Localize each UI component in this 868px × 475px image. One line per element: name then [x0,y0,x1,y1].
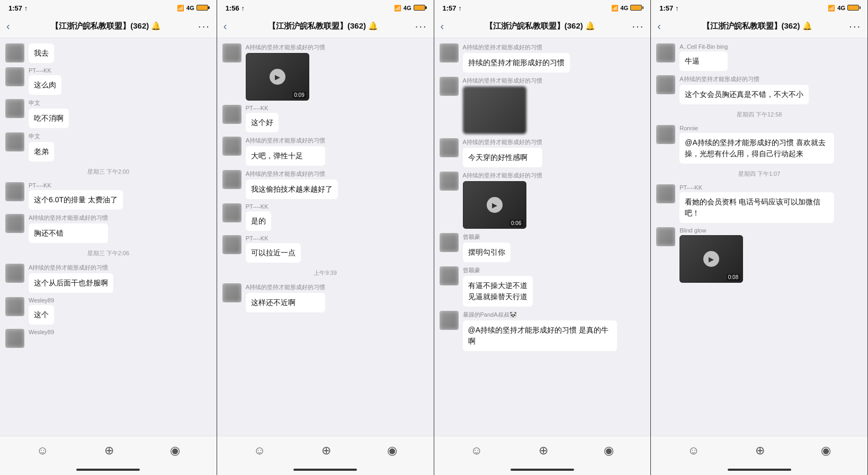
message-content: A持续的坚持才能形成好的习惯 ▶ 0:09 [246,43,325,101]
message-row: A持续的坚持才能形成好的习惯今天穿的好性感啊 [440,138,646,167]
message-row-video: Blind glow ▶ 0:08 [656,227,862,283]
more-button[interactable]: ··· [632,20,645,32]
message-sender: A持续的坚持才能形成好的习惯 [29,214,108,222]
message-content: 申文老弟 [29,132,54,162]
time-divider: 星期三 下午2:00 [5,168,211,176]
message-row: Wesley89这个 [5,297,211,325]
back-button[interactable]: ‹ [657,20,665,32]
back-button[interactable]: ‹ [6,20,14,32]
message-sender: A持续的坚持才能形成好的习惯 [463,77,542,85]
message-bubble: 看她的会员资料 电话号码应该可以加微信吧！ [679,192,834,223]
message-content: 申文吃不消啊 [29,99,69,128]
home-bar [76,469,140,471]
more-button[interactable]: ··· [415,20,427,32]
battery-icon [630,5,642,12]
message-row: PT----KK这个6.0T的排量 太费油了 [5,182,211,210]
emoji-button[interactable]: ☺ [37,444,48,458]
message-bubble: @A持续的坚持才能形成好的习惯 是真的牛啊 [463,320,618,351]
avatar [656,43,675,62]
avatar [222,203,241,222]
message-row: A持续的坚持才能形成好的习惯这样还不近啊 [222,283,428,312]
message-row: A持续的坚持才能形成好的习惯持续的坚持才能形成好的习惯 [440,43,646,73]
message-bubble: 今天穿的好性感啊 [463,148,542,167]
signal-icon: 📶 [394,5,401,12]
phone-panel-3: 1:57 ↑ 📶 4G ‹ 【江浙沪皖私教联盟】(362) 🔔 ··· A持续的… [434,0,651,475]
message-sender: A持续的坚持才能形成好的习惯 [463,172,542,180]
signal-icon: 📶 [177,5,184,12]
add-button[interactable]: ⊕ [104,444,114,458]
message-sender: 暴躁的PandA叔叔🐼 [463,311,618,319]
message-row: PT----KK这么肉 [5,67,211,95]
voice-button[interactable]: ◉ [821,444,831,458]
add-button[interactable]: ⊕ [321,444,331,458]
status-bar: 1:57 ↑ 📶 4G [651,0,867,15]
chat-title: 【江浙沪皖私教联盟】(362) 🔔 [14,21,198,31]
status-time: 1:57 ↑ [443,4,462,12]
message-row-video: A持续的坚持才能形成好的习惯 ▶ 0:09 [222,43,428,101]
message-content: 曾颖豪有逼不操大逆不道 见逼就操替天行道 [463,266,533,307]
more-button[interactable]: ··· [849,20,861,32]
message-row: 曾颖豪有逼不操大逆不道 见逼就操替天行道 [440,266,646,307]
message-content: A持续的坚持才能形成好的习惯 ▶ 0:06 [463,172,542,229]
message-content: A持续的坚持才能形成好的习惯这个从后面干也舒服啊 [29,264,113,293]
message-row: PT----KK是的 [222,203,428,231]
message-bubble: 我这偷拍技术越来越好了 [246,180,338,199]
message-content: 我去 [29,43,54,63]
chat-area: A..Cell Fit-Bin bing牛逼A持续的坚持才能形成好的习惯这个女会… [651,38,867,436]
signal-icon: 📶 [828,5,835,12]
battery-icon [414,5,425,12]
voice-button[interactable]: ◉ [387,444,397,458]
home-indicator [434,464,651,475]
voice-button[interactable]: ◉ [604,444,614,458]
message-bubble: 大吧，弹性十足 [246,146,325,166]
more-button[interactable]: ··· [198,20,210,32]
emoji-button[interactable]: ☺ [254,444,265,458]
message-sender: PT----KK [29,182,123,189]
add-button[interactable]: ⊕ [755,444,765,458]
back-button[interactable]: ‹ [441,20,449,32]
avatar [222,235,241,254]
message-row: PT----KK可以拉近一点 [222,235,428,263]
message-sender: Wesley89 [29,329,54,335]
emoji-button[interactable]: ☺ [687,444,699,458]
message-content: A持续的坚持才能形成好的习惯 [463,77,542,134]
message-bubble: 我去 [29,43,54,63]
home-bar [728,469,791,471]
message-row: A..Cell Fit-Bin bing牛逼 [656,43,862,71]
message-bubble: 这个女会员胸还真是不错，不大不小 [679,85,809,104]
video-thumbnail[interactable]: ▶ 0:09 [246,53,309,101]
message-content: PT----KK是的 [246,203,271,231]
message-sender: PT----KK [679,184,834,191]
back-button[interactable]: ‹ [223,20,231,32]
avatar [656,184,675,203]
message-sender: Ronnie [679,125,834,131]
message-sender: A持续的坚持才能形成好的习惯 [246,170,338,178]
message-sender: PT----KK [246,203,271,210]
message-bubble: 这个好 [246,113,279,132]
avatar [440,172,459,191]
message-sender: PT----KK [246,105,279,111]
avatar [222,43,241,62]
message-content: A持续的坚持才能形成好的习惯胸还不错 [29,214,108,243]
message-content: A持续的坚持才能形成好的习惯今天穿的好性感啊 [463,138,542,167]
message-sender: A..Cell Fit-Bin bing [679,43,728,50]
message-row: A持续的坚持才能形成好的习惯胸还不错 [5,214,211,243]
video-thumbnail[interactable]: ▶ 0:06 [463,181,526,229]
message-content: A持续的坚持才能形成好的习惯持续的坚持才能形成好的习惯 [463,43,570,73]
add-button[interactable]: ⊕ [539,444,548,458]
image-message[interactable] [463,86,526,134]
avatar [5,329,24,348]
voice-button[interactable]: ◉ [170,444,180,458]
avatar [222,283,241,302]
play-button[interactable]: ▶ [270,69,285,85]
play-button[interactable]: ▶ [487,197,503,213]
avatar [440,138,459,157]
emoji-button[interactable]: ☺ [470,444,482,458]
message-sender: PT----KK [29,67,61,74]
message-bubble: 持续的坚持才能形成好的习惯 [463,53,570,73]
message-bubble: @A持续的坚持才能形成好的习惯 喜欢就去操，光想有什么用，得自己行动起来 [679,133,834,164]
message-sender: A持续的坚持才能形成好的习惯 [246,283,325,291]
video-thumbnail[interactable]: ▶ 0:08 [679,235,743,283]
avatar [440,311,459,330]
message-bubble: 胸还不错 [29,223,108,243]
